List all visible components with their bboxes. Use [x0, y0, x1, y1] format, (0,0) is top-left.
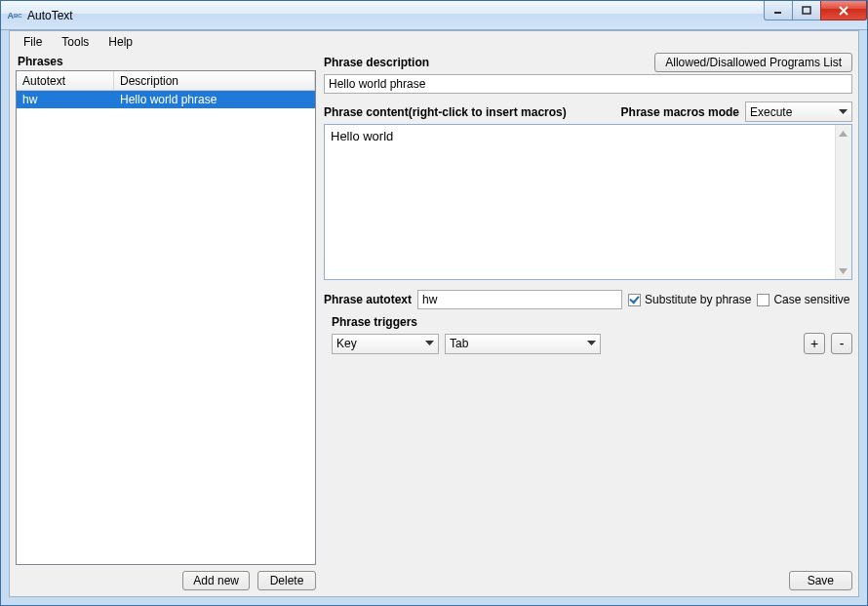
macros-mode-label: Phrase macros mode	[621, 105, 739, 119]
left-panel: Phrases Autotext Description hw Hello wo…	[16, 53, 316, 590]
minimize-button[interactable]	[764, 1, 793, 20]
programs-list-button[interactable]: Allowed/Disallowed Programs List	[654, 53, 852, 72]
row-content-header: Phrase content(right-click to insert mac…	[324, 101, 852, 122]
close-button[interactable]	[820, 1, 867, 20]
phrase-content-label: Phrase content(right-click to insert mac…	[324, 105, 567, 119]
phrase-content-input[interactable]: Hello world	[324, 124, 852, 280]
cell-autotext: hw	[17, 93, 114, 106]
case-sensitive-checkbox[interactable]: Case sensitive	[757, 293, 849, 306]
checkbox-icon	[757, 294, 769, 306]
window-title: AutoText	[27, 9, 73, 22]
add-trigger-button[interactable]: +	[804, 333, 825, 354]
row-description-header: Phrase description Allowed/Disallowed Pr…	[324, 53, 852, 72]
phrase-content-text: Hello world	[331, 129, 393, 143]
delete-button[interactable]: Delete	[257, 571, 316, 590]
menu-tools[interactable]: Tools	[54, 33, 97, 51]
scroll-up-icon[interactable]	[837, 127, 849, 140]
table-header: Autotext Description	[17, 71, 315, 91]
chevron-down-icon	[425, 341, 434, 346]
triggers-section: Phrase triggers Key Tab + -	[324, 315, 852, 354]
case-sensitive-label: Case sensitive	[773, 293, 849, 306]
menubar: File Tools Help	[10, 31, 858, 53]
macros-mode-combo[interactable]: Execute	[745, 101, 852, 122]
scrollbar[interactable]	[835, 125, 851, 279]
app-icon: ABC	[7, 8, 22, 23]
macros-mode-value: Execute	[750, 105, 792, 119]
phrase-autotext-label: Phrase autotext	[324, 293, 412, 306]
menu-file[interactable]: File	[16, 33, 50, 51]
phrases-heading: Phrases	[16, 53, 316, 70]
phrases-table: Autotext Description hw Hello world phra…	[16, 70, 316, 565]
save-row: Save	[324, 565, 852, 590]
phrase-description-input[interactable]: Hello world phrase	[324, 74, 852, 94]
checkbox-icon	[628, 294, 641, 306]
substitute-label: Substitute by phrase	[645, 293, 751, 306]
trigger-type-combo[interactable]: Key	[332, 334, 439, 354]
maximize-button[interactable]	[792, 1, 821, 20]
left-buttons: Add new Delete	[16, 565, 316, 590]
scroll-down-icon[interactable]	[837, 264, 849, 277]
triggers-label: Phrase triggers	[324, 315, 852, 329]
cell-description: Hello world phrase	[114, 93, 315, 106]
trigger-value: Tab	[450, 337, 468, 350]
save-button[interactable]: Save	[789, 571, 852, 590]
chevron-down-icon	[587, 341, 596, 346]
phrase-description-label: Phrase description	[324, 56, 429, 69]
trigger-value-combo[interactable]: Tab	[445, 334, 601, 354]
client-area: File Tools Help Phrases Autotext Descrip…	[9, 30, 859, 597]
column-description[interactable]: Description	[114, 71, 315, 90]
table-row[interactable]: hw Hello world phrase	[17, 91, 315, 108]
content: Phrases Autotext Description hw Hello wo…	[10, 53, 858, 596]
phrase-autotext-input[interactable]	[417, 290, 622, 309]
trigger-row: Key Tab + -	[324, 333, 852, 354]
window-controls	[765, 1, 867, 20]
titlebar: ABC AutoText	[1, 1, 867, 30]
chevron-down-icon	[839, 109, 848, 115]
column-autotext[interactable]: Autotext	[17, 71, 114, 90]
row-autotext: Phrase autotext Substitute by phrase Cas…	[324, 290, 852, 309]
substitute-checkbox[interactable]: Substitute by phrase	[628, 293, 751, 306]
add-new-button[interactable]: Add new	[182, 571, 250, 590]
table-body: hw Hello world phrase	[17, 91, 315, 564]
svg-rect-1	[803, 7, 810, 14]
trigger-type-value: Key	[336, 337, 357, 350]
remove-trigger-button[interactable]: -	[831, 333, 852, 354]
menu-help[interactable]: Help	[100, 33, 140, 51]
app-window: ABC AutoText File Tools Help Phrases	[0, 0, 868, 606]
right-panel: Phrase description Allowed/Disallowed Pr…	[324, 53, 852, 590]
